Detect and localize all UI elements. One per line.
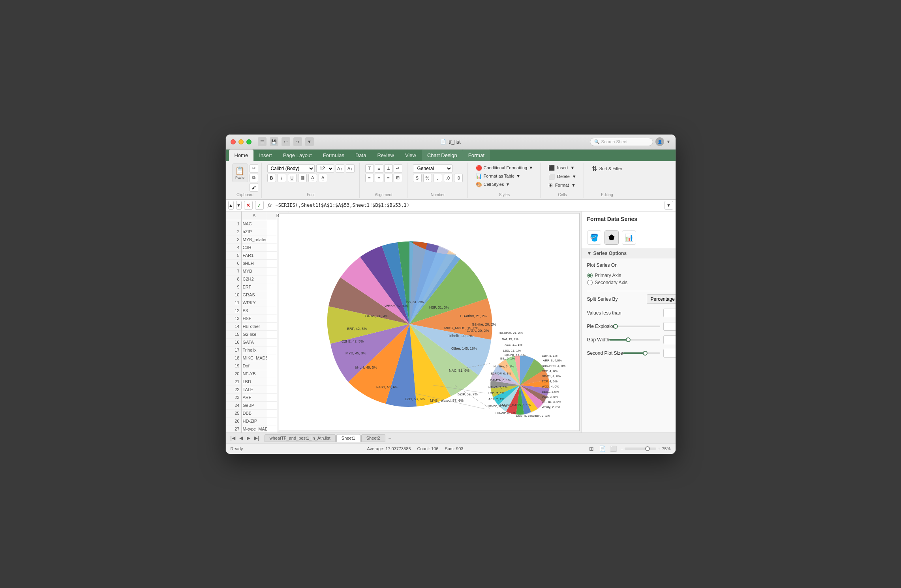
cell-b-11[interactable]: 32 <box>267 299 277 307</box>
cell-a-15[interactable]: G2-like <box>242 331 267 338</box>
cell-b-27[interactable]: 8 <box>267 425 277 433</box>
cell-a-4[interactable]: C3H <box>242 244 267 251</box>
cell-b-19[interactable]: 15 <box>267 362 277 370</box>
cell-b-12[interactable]: 31 <box>267 307 277 315</box>
percent-button[interactable]: % <box>423 174 432 182</box>
pie-explosion-thumb[interactable] <box>613 324 618 329</box>
cell-b-20[interactable]: 12 <box>267 370 277 378</box>
second-plot-thumb[interactable] <box>643 351 648 356</box>
bold-button[interactable]: B <box>267 174 276 182</box>
gap-width-thumb[interactable] <box>626 337 631 342</box>
cell-b-21[interactable]: 11 <box>267 378 277 386</box>
cell-a-1[interactable]: NAC <box>242 220 267 228</box>
cell-a-24[interactable]: GeBP <box>242 402 267 409</box>
underline-button[interactable]: U <box>288 174 297 182</box>
split-series-select[interactable]: Percentage value <box>647 294 676 304</box>
sheet-tab-1[interactable]: wheatTF_and_best1_in_Ath.list <box>265 434 336 442</box>
cell-b-13[interactable]: 31 <box>267 315 277 322</box>
primary-axis-radio[interactable] <box>587 273 593 278</box>
cell-a-3[interactable]: MYB_related <box>242 236 267 243</box>
cell-b-7[interactable]: 45 <box>267 268 277 275</box>
shape-icon-button[interactable]: ⬟ <box>604 230 619 245</box>
minimize-button[interactable] <box>238 139 244 144</box>
cell-a-12[interactable]: B3 <box>242 307 267 315</box>
chart-container[interactable]: HB-other, 21, 2% G2-like, 20, 2% GATA, 2… <box>279 213 580 431</box>
delete-cells-button[interactable]: ⬜ Delete ▼ <box>546 173 579 180</box>
sheet-tab-3[interactable]: Sheet2 <box>361 434 385 442</box>
tab-chart-design[interactable]: Chart Design <box>422 150 463 161</box>
page-layout-view-button[interactable]: 📄 <box>599 445 606 453</box>
paste-button[interactable]: 📋 Paste <box>232 163 248 182</box>
cell-a-7[interactable]: MYB <box>242 268 267 275</box>
align-middle-button[interactable]: ≡ <box>375 164 383 173</box>
tab-review[interactable]: Review <box>372 150 400 161</box>
cell-a-2[interactable]: bZIP <box>242 228 267 236</box>
cell-a-22[interactable]: TALE <box>242 386 267 393</box>
user-avatar[interactable]: 👤 <box>655 137 664 146</box>
cell-b-6[interactable]: 49 <box>267 260 277 267</box>
font-color-button[interactable]: A̲ <box>319 174 327 182</box>
tab-insert[interactable]: Insert <box>253 150 278 161</box>
nav-down-button[interactable]: ▼ <box>236 201 242 210</box>
pie-explosion-input[interactable]: 0% <box>663 322 676 331</box>
tab-home[interactable]: Home <box>229 150 254 161</box>
border-button[interactable]: ▦ <box>298 174 307 182</box>
increase-decimal-button[interactable]: .0 <box>444 174 452 182</box>
formula-expand-button[interactable]: ▼ <box>664 201 673 210</box>
search-box[interactable]: 🔍 Search Sheet <box>590 138 653 146</box>
cell-b-15[interactable]: 20 <box>267 331 277 338</box>
bar-chart-icon-button[interactable]: 📊 <box>622 230 636 245</box>
values-less-than-input[interactable]: 1% <box>663 309 676 317</box>
sheet-nav-prev[interactable]: ◀ <box>238 434 244 442</box>
cell-b-25[interactable]: 8 <box>267 410 277 417</box>
second-plot-input[interactable]: 60% <box>663 349 676 358</box>
sheet-tab-2[interactable]: Sheet1 <box>336 434 360 442</box>
page-break-view-button[interactable]: ⬜ <box>610 445 618 453</box>
cell-b-26[interactable]: 8 <box>267 418 277 425</box>
cell-b-1[interactable]: 81 <box>267 220 277 228</box>
zoom-out-button[interactable]: − <box>621 446 623 451</box>
cell-a-11[interactable]: WRKY <box>242 299 267 307</box>
copy-button[interactable]: ⧉ <box>250 174 258 182</box>
currency-button[interactable]: $ <box>413 174 422 182</box>
cell-a-6[interactable]: bHLH <box>242 260 267 267</box>
secondary-axis-radio[interactable] <box>587 280 593 285</box>
cell-b-23[interactable]: 9 <box>267 394 277 401</box>
cell-b-17[interactable]: 20 <box>267 346 277 354</box>
increase-font-button[interactable]: A↑ <box>336 164 344 173</box>
save-icon[interactable]: 💾 <box>270 137 278 146</box>
tab-page-layout[interactable]: Page Layout <box>278 150 317 161</box>
cell-a-18[interactable]: MIKC_MADS <box>242 354 267 362</box>
insert-cells-button[interactable]: ⬛ Insert ▼ <box>546 164 579 172</box>
sheet-nav-first[interactable]: |◀ <box>229 434 237 442</box>
cell-a-21[interactable]: LBD <box>242 378 267 386</box>
confirm-formula-button[interactable]: ✓ <box>255 201 264 210</box>
sheet-nav-next[interactable]: ▶ <box>245 434 252 442</box>
cell-a-27[interactable]: M-type_MADS <box>242 425 267 433</box>
zoom-in-button[interactable]: + <box>658 446 660 451</box>
cell-a-23[interactable]: ARF <box>242 394 267 401</box>
cell-b-3[interactable]: 57 <box>267 236 277 243</box>
cell-b-8[interactable]: 42 <box>267 275 277 283</box>
cell-b-4[interactable]: 53 <box>267 244 277 251</box>
align-center-button[interactable]: ≡ <box>375 174 383 182</box>
number-format-select[interactable]: General <box>413 164 452 173</box>
cell-b-14[interactable]: 21 <box>267 323 277 330</box>
merge-button[interactable]: ⊞ <box>394 174 402 182</box>
maximize-button[interactable] <box>246 139 252 144</box>
wrap-text-button[interactable]: ↵ <box>394 164 402 173</box>
cell-a-10[interactable]: GRAS <box>242 291 267 299</box>
cell-a-14[interactable]: HB-other <box>242 323 267 330</box>
cell-a-9[interactable]: ERF <box>242 283 267 291</box>
redo-icon[interactable]: ↪ <box>293 137 302 146</box>
align-top-button[interactable]: ⊤ <box>365 164 374 173</box>
tab-view[interactable]: View <box>400 150 422 161</box>
fill-color-button[interactable]: A̲ <box>308 174 317 182</box>
cell-styles-button[interactable]: 🎨 Cell Styles ▼ <box>473 181 536 188</box>
cut-button[interactable]: ✂ <box>250 164 258 173</box>
align-right-button[interactable]: ≡ <box>384 174 393 182</box>
format-painter-button[interactable]: 🖌 <box>250 183 258 192</box>
cell-b-9[interactable]: 42 <box>267 283 277 291</box>
gap-width-input[interactable]: 37% <box>663 335 676 344</box>
cell-a-16[interactable]: GATA <box>242 339 267 346</box>
